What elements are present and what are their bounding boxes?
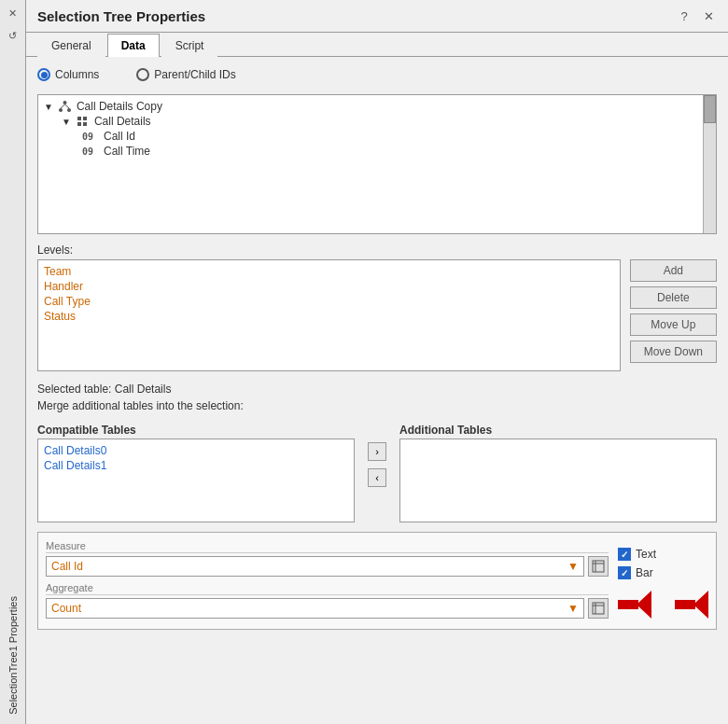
svg-point-2 (67, 108, 71, 112)
additional-tables-list[interactable] (399, 439, 717, 522)
level-item-2[interactable]: Call Type (42, 294, 616, 309)
network-icon (59, 101, 71, 113)
measure-value: Call Id (51, 560, 83, 573)
aggregate-row: Count ▼ (46, 598, 609, 619)
svg-rect-8 (83, 122, 87, 126)
sidebar-close-icon[interactable]: ✕ (4, 4, 22, 22)
measure-agg-right: Text Bar (618, 540, 708, 621)
measure-row: Call Id ▼ (46, 556, 609, 577)
compat-item-1[interactable]: Call Details1 (42, 458, 350, 473)
delete-button[interactable]: Delete (630, 286, 717, 309)
radio-row: Columns Parent/Child IDs (37, 68, 717, 81)
svg-point-0 (63, 101, 66, 104)
tree-item-1-text: Call Details (94, 115, 151, 128)
tab-general[interactable]: General (37, 34, 105, 57)
compatible-tables-list[interactable]: Call Details0 Call Details1 (37, 439, 355, 522)
arrow-text-indicator (618, 591, 651, 621)
measure-agg-left: Measure Call Id ▼ (46, 540, 609, 621)
level-item-1[interactable]: Handler (42, 279, 616, 294)
grid-icon (77, 116, 89, 128)
svg-rect-18 (675, 600, 695, 609)
svg-rect-9 (593, 561, 604, 572)
tree-item-2[interactable]: 09 Call Id (42, 129, 701, 144)
add-button[interactable]: Add (630, 259, 717, 282)
aggregate-select[interactable]: Count ▼ (46, 598, 584, 619)
tree-item-0[interactable]: ▼ Call Details Copy (42, 99, 701, 114)
levels-label: Levels: (37, 244, 717, 257)
aggregate-value: Count (51, 602, 81, 615)
tab-data[interactable]: Data (107, 34, 160, 57)
measure-group: Measure Call Id ▼ (46, 540, 609, 577)
level-item-3[interactable]: Status (42, 309, 616, 324)
checkbox-bar[interactable] (618, 566, 631, 579)
svg-rect-5 (77, 117, 81, 120)
close-button[interactable]: ✕ (700, 7, 717, 24)
svg-line-4 (64, 104, 69, 108)
title-bar-right: ? ✕ (676, 7, 717, 24)
svg-marker-17 (693, 591, 708, 619)
title-bar: Selection Tree Properties ? ✕ (26, 0, 728, 33)
svg-rect-6 (83, 117, 87, 120)
radio-columns-label: Columns (55, 68, 99, 81)
tree-arrow-0: ▼ (44, 102, 53, 112)
arrow-left-btn[interactable]: ‹ (368, 468, 386, 487)
svg-marker-15 (637, 591, 651, 619)
radio-columns[interactable]: Columns (37, 68, 99, 81)
tabs-bar: General Data Script (26, 33, 728, 57)
levels-section: Levels: Team Handler Call Type Status Ad… (37, 244, 717, 371)
arrow-bar-indicator (675, 591, 708, 621)
level-item-0[interactable]: Team (42, 264, 616, 279)
selected-table-info: Selected table: Call Details Merge addit… (37, 381, 717, 414)
additional-tables-title: Additional Tables (399, 424, 717, 437)
checkbox-text-label: Text (636, 548, 656, 561)
sidebar-back-icon[interactable]: ↺ (4, 26, 22, 45)
selected-table-line2: Merge additional tables into the selecti… (37, 397, 717, 414)
tree-panel[interactable]: ▼ Call Details Copy ▼ (37, 94, 717, 234)
aggregate-edit-button[interactable] (588, 598, 609, 619)
tree-item-3[interactable]: 09 Call Time (42, 144, 701, 159)
merge-arrows: › ‹ (364, 424, 390, 487)
tab-script[interactable]: Script (161, 34, 218, 57)
tree-item-0-text: Call Details Copy (77, 100, 162, 113)
aggregate-label: Aggregate (46, 582, 609, 595)
checkbox-text[interactable] (618, 548, 631, 561)
tree-scrollbar[interactable] (703, 95, 716, 233)
measure-label: Measure (46, 540, 609, 553)
radio-columns-circle (37, 68, 50, 81)
selected-table-line1: Selected table: Call Details (37, 381, 717, 397)
move-up-button[interactable]: Move Up (630, 313, 717, 336)
field-icon-09-1: 09 (82, 146, 97, 157)
measure-edit-button[interactable] (588, 556, 609, 577)
measure-select[interactable]: Call Id ▼ (46, 556, 584, 577)
radio-parent-child-circle (136, 68, 149, 81)
additional-tables-panel: Additional Tables (399, 424, 717, 522)
sidebar-label: SelectionTree1 Properties (7, 596, 19, 715)
aggregate-group: Aggregate Count ▼ (46, 582, 609, 619)
merge-section: Compatible Tables Call Details0 Call Det… (37, 424, 717, 522)
arrows-row (618, 591, 708, 621)
radio-parent-child[interactable]: Parent/Child IDs (136, 68, 235, 81)
radio-parent-child-label: Parent/Child IDs (154, 68, 235, 81)
compatible-tables-panel: Compatible Tables Call Details0 Call Det… (37, 424, 355, 522)
dialog-body: Columns Parent/Child IDs ▼ (26, 57, 728, 724)
measure-dropdown-arrow: ▼ (567, 560, 579, 573)
aggregate-dropdown-arrow: ▼ (567, 602, 579, 615)
tree-scrollbar-thumb[interactable] (704, 95, 716, 123)
compatible-tables-title: Compatible Tables (37, 424, 355, 437)
levels-buttons: Add Delete Move Up Move Down (630, 259, 717, 371)
checkbox-bar-row[interactable]: Bar (618, 566, 708, 579)
svg-point-1 (59, 108, 63, 112)
tree-item-1[interactable]: ▼ Call Details (42, 114, 701, 129)
levels-row: Team Handler Call Type Status Add Delete… (37, 259, 717, 371)
field-icon-09-0: 09 (82, 132, 97, 142)
move-down-button[interactable]: Move Down (630, 341, 717, 363)
compat-item-0[interactable]: Call Details0 (42, 443, 350, 458)
levels-list[interactable]: Team Handler Call Type Status (37, 259, 621, 371)
help-button[interactable]: ? (676, 7, 693, 24)
measure-aggregate-section: Measure Call Id ▼ (37, 532, 717, 630)
checkbox-text-row[interactable]: Text (618, 548, 708, 561)
title-bar-left: Selection Tree Properties (37, 8, 205, 24)
svg-rect-7 (77, 122, 81, 126)
arrow-right-btn[interactable]: › (368, 442, 386, 461)
svg-rect-16 (618, 600, 638, 609)
